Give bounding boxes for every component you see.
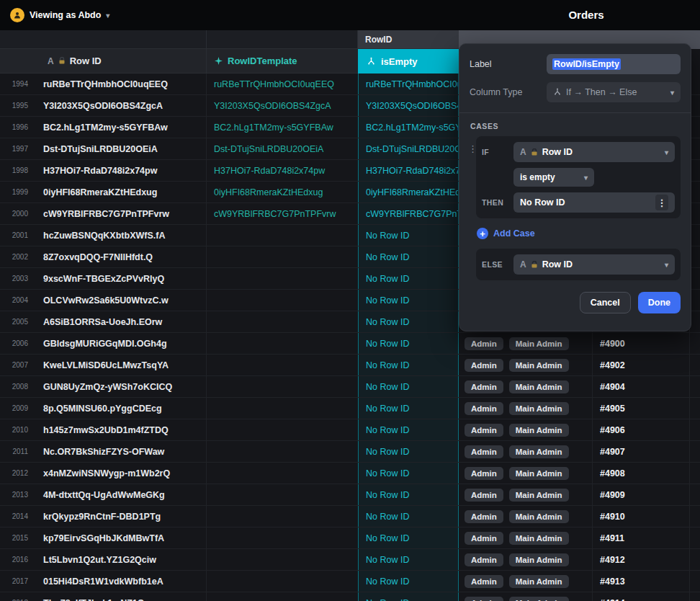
main-admin-badge[interactable]: Main Admin [509,359,569,372]
then-value-field[interactable]: No Row ID ⋮ [513,192,675,213]
cell-row-id[interactable]: A6SiB1ORRSa-UoeJh.EOrw [35,311,207,332]
cell-row-id[interactable]: 9xscWnF-TBGExZcPVvRlyQ [35,268,207,289]
cell-isempty[interactable]: No Row ID [358,268,459,289]
cell-isempty[interactable]: No Row ID [358,290,459,311]
main-admin-badge[interactable]: Main Admin [509,532,569,545]
admin-badge[interactable]: Admin [465,337,503,350]
cell-order[interactable]: #4907 [592,441,690,462]
main-admin-badge[interactable]: Main Admin [509,489,569,502]
cell-order[interactable]: #4908 [592,463,690,484]
main-admin-badge[interactable]: Main Admin [509,402,569,415]
cell-rowidtemplate[interactable] [207,549,358,570]
main-admin-badge[interactable]: Main Admin [509,380,569,393]
cell-rowidtemplate[interactable]: BC2.hLg1TM2my-s5GYFBAw [207,117,358,138]
column-header-isempty[interactable]: isEmpty [358,49,459,74]
cell-isempty[interactable]: No Row ID [358,484,459,505]
cell-row-id[interactable]: krQkypz9RnCtnF-DBD1PTg [35,506,207,527]
cell-isempty[interactable]: No Row ID [358,398,459,419]
add-case-button[interactable]: + Add Case [477,228,681,239]
cell-row-id[interactable]: Nc.OR7BkShizFZYS-OFWaw [35,441,207,462]
main-admin-badge[interactable]: Main Admin [509,597,569,601]
cell-order[interactable]: #4906 [592,419,690,440]
cell-row-id[interactable]: Y3I203X5QsODI6OBS4ZgcA [35,95,207,116]
cell-row-id[interactable]: kp79EirvSGqHbJKdMBwTfA [35,527,207,548]
if-column-select[interactable]: A Row ID ▾ [513,142,675,162]
main-admin-badge[interactable]: Main Admin [509,467,569,480]
cell-isempty[interactable]: No Row ID [358,506,459,527]
cell-row-id[interactable]: OLCVwRw2Sa6k5U0WtvzC.w [35,290,207,311]
main-admin-badge[interactable]: Main Admin [509,445,569,458]
cell-order[interactable]: #4905 [592,398,690,419]
cell-isempty[interactable]: No Row ID [358,463,459,484]
cell-rowidtemplate[interactable] [207,311,358,332]
cell-order[interactable]: #4902 [592,355,690,375]
cell-row-id[interactable]: GUN8UyZmQz-yWSh7oKCICQ [35,376,207,397]
cell-isempty[interactable]: No Row ID [358,571,459,592]
cell-isempty[interactable]: No Row ID [358,419,459,440]
cell-row-id[interactable]: ruRBeTTrQHmbhOCI0uqEEQ [35,74,207,94]
cell-row-id[interactable]: Dst-DTujSniLRDBU20OEiA [35,138,207,159]
cell-rowidtemplate[interactable] [207,268,358,289]
cell-isempty[interactable]: No Row ID [358,311,459,332]
column-header-row-id[interactable]: A Row ID [0,49,207,74]
viewing-as-menu[interactable]: Viewing as Abdo ▾ [10,8,109,22]
column-type-select[interactable]: If → Then → Else ▾ [547,82,681,102]
cell-isempty[interactable]: No Row ID [358,376,459,397]
condition-select[interactable]: is empty ▾ [513,168,594,187]
main-admin-badge[interactable]: Main Admin [509,510,569,523]
cell-rowidtemplate[interactable] [207,398,358,419]
cell-row-id[interactable]: hcZuwBSNQqKXbtbXWfS.fA [35,225,207,246]
cell-order[interactable]: #4910 [592,506,690,527]
cell-rowidtemplate[interactable] [207,355,358,375]
cell-order[interactable]: #4914 [592,592,690,601]
admin-badge[interactable]: Admin [465,489,503,502]
cell-isempty[interactable]: No Row ID [358,246,459,267]
admin-badge[interactable]: Admin [465,510,503,523]
main-admin-badge[interactable]: Main Admin [509,575,569,588]
cell-isempty[interactable]: cW9YRBlFRBC7G7PnTPFvrw [358,203,459,224]
cell-isempty[interactable]: No Row ID [358,441,459,462]
cell-isempty[interactable]: Y3I203X5QsODI6OBS4ZgcA [358,95,459,116]
cell-order[interactable]: #4912 [592,549,690,570]
cell-order[interactable]: #4913 [592,571,690,592]
done-button[interactable]: Done [638,292,681,313]
cell-rowidtemplate[interactable] [207,506,358,527]
drag-handle-icon[interactable]: ⋮ [468,143,477,154]
admin-badge[interactable]: Admin [465,597,503,601]
cell-rowidtemplate[interactable]: Y3I203X5QsODI6OBS4ZgcA [207,95,358,116]
cell-rowidtemplate[interactable] [207,463,358,484]
cell-rowidtemplate[interactable] [207,225,358,246]
cell-order[interactable]: #4904 [592,376,690,397]
cell-row-id[interactable]: h145z7mwSx2UbD1m4fZTDQ [35,419,207,440]
cell-row-id[interactable]: 8Z7oxvqDQQ-F7NIlHfdt.Q [35,246,207,267]
cancel-button[interactable]: Cancel [580,292,631,313]
cell-rowidtemplate[interactable] [207,419,358,440]
main-admin-badge[interactable]: Main Admin [509,553,569,566]
cell-rowidtemplate[interactable]: cW9YRBlFRBC7G7PnTPFvrw [207,203,358,224]
cell-isempty[interactable]: H37HOi7-RdaD748i2x74pw [358,160,459,181]
cell-row-id[interactable]: TIw.78yIfTJbqk1mNZ1Q [35,592,207,601]
cell-rowidtemplate[interactable]: H37HOi7-RdaD748i2x74pw [207,160,358,181]
main-admin-badge[interactable]: Main Admin [509,424,569,437]
main-admin-badge[interactable]: Main Admin [509,337,569,350]
cell-rowidtemplate[interactable] [207,441,358,462]
cell-rowidtemplate[interactable] [207,246,358,267]
admin-badge[interactable]: Admin [465,359,503,372]
cell-order[interactable]: #4900 [592,333,690,354]
cell-row-id[interactable]: 8p.Q5MINSU60.pYggCDEcg [35,398,207,419]
cell-isempty[interactable]: No Row ID [358,225,459,246]
cell-isempty[interactable]: BC2.hLg1TM2my-s5GYFBAw [358,117,459,138]
admin-badge[interactable]: Admin [465,445,503,458]
cell-isempty[interactable]: Dst-DTujSniLRDBU20OEiA [358,138,459,159]
cell-isempty[interactable]: No Row ID [358,355,459,375]
cell-rowidtemplate[interactable] [207,592,358,601]
cell-isempty[interactable]: 0iyHFI68RmeraKZtHEdxug [358,182,459,202]
admin-badge[interactable]: Admin [465,467,503,480]
column-group-rowid[interactable]: RowID [358,30,459,49]
else-column-select[interactable]: A Row ID ▾ [513,254,675,275]
cell-order[interactable]: #4911 [592,527,690,548]
cell-rowidtemplate[interactable]: 0iyHFI68RmeraKZtHEdxug [207,182,358,202]
cell-rowidtemplate[interactable] [207,484,358,505]
column-header-rowidtemplate[interactable]: RowIDTemplate [207,49,358,74]
cell-isempty[interactable]: No Row ID [358,527,459,548]
